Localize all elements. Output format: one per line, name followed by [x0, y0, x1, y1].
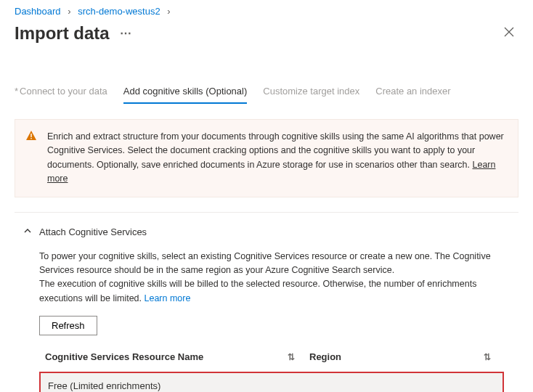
section-body: To power your cognitive skills, select a… [15, 240, 518, 393]
more-icon[interactable]: ⋯ [120, 28, 131, 39]
page-title: Import data ⋯ [15, 23, 131, 44]
banner-text: Enrich and extract structure from your d… [47, 131, 504, 170]
divider [15, 212, 518, 213]
table-header: Cognitive Services Resource Name ⇅ Regio… [39, 346, 504, 369]
column-header-region[interactable]: Region ⇅ [309, 350, 498, 364]
close-icon [504, 27, 514, 37]
refresh-button[interactable]: Refresh [39, 316, 97, 335]
column-header-name[interactable]: Cognitive Services Resource Name ⇅ [45, 350, 309, 364]
table-row[interactable]: Free (Limited enrichments) [39, 372, 504, 392]
sort-icon: ⇅ [484, 351, 491, 364]
section-title: Attach Cognitive Services [39, 226, 147, 237]
section-toggle[interactable]: Attach Cognitive Services [15, 224, 518, 240]
svg-rect-4 [30, 138, 31, 139]
close-button[interactable] [500, 23, 518, 44]
chevron-right-icon: › [68, 6, 70, 17]
table-cell-name: Free (Limited enrichments) [48, 380, 160, 391]
warning-icon [25, 130, 37, 142]
column-header-region-label: Region [309, 350, 341, 364]
section-learn-more-link[interactable]: Learn more [145, 293, 191, 303]
breadcrumb-dashboard[interactable]: Dashboard [15, 6, 61, 17]
svg-rect-3 [30, 134, 31, 137]
chevron-up-icon [23, 226, 32, 237]
breadcrumb: Dashboard › srch-demo-westus2 › [0, 0, 533, 20]
column-header-name-label: Cognitive Services Resource Name [45, 350, 203, 364]
resources-table: Cognitive Services Resource Name ⇅ Regio… [39, 346, 504, 392]
wizard-tabs: *Connect to your data Add cognitive skil… [0, 51, 533, 105]
tab-indexer[interactable]: Create an indexer [375, 86, 450, 104]
page-title-text: Import data [15, 23, 110, 44]
tab-cognitive[interactable]: Add cognitive skills (Optional) [123, 86, 248, 104]
breadcrumb-service[interactable]: srch-demo-westus2 [78, 6, 160, 17]
tab-connect[interactable]: *Connect to your data [15, 86, 107, 104]
page-header: Import data ⋯ [0, 20, 533, 51]
info-banner: Enrich and extract structure from your d… [15, 119, 518, 197]
chevron-right-icon: › [167, 6, 170, 17]
tab-customize[interactable]: Customize target index [263, 86, 359, 104]
section-description-1: To power your cognitive skills, select a… [39, 250, 504, 278]
sort-icon: ⇅ [288, 351, 295, 364]
section-description-2: The execution of cognitive skills will b… [39, 277, 504, 306]
section-attach-cognitive: Attach Cognitive Services To power your … [15, 224, 518, 393]
